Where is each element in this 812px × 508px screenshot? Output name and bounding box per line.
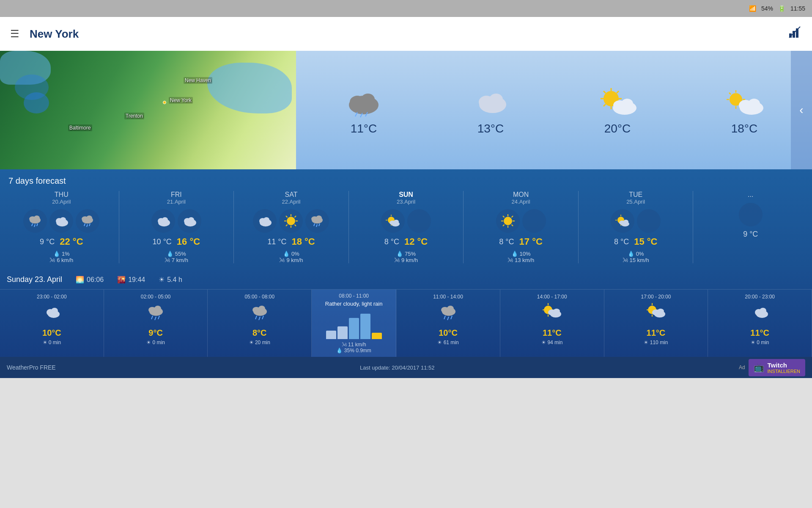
- current-weather-panel: 11°C 13°C: [296, 51, 812, 169]
- forecast-icon: [522, 209, 546, 233]
- day-date: 24.April: [512, 199, 530, 205]
- active-hourly-slot[interactable]: 08:00 - 11:00 Rather cloudy, light rain …: [312, 290, 396, 357]
- day-rain: 💧10%: [511, 251, 531, 257]
- chart-button[interactable]: [788, 26, 802, 42]
- day-name: FRI: [171, 191, 182, 199]
- day-wind: 🌬9 km/h: [394, 257, 418, 263]
- svg-line-87: [511, 225, 513, 226]
- hourly-slot[interactable]: 02:00 - 05:00 9°C ☀ 0 min: [104, 290, 208, 357]
- slot-icon: [646, 302, 666, 326]
- svg-line-105: [155, 317, 156, 320]
- day-rain: 💧55%: [167, 251, 186, 257]
- hourly-slots-row: 23:00 - 02:00 10°C ☀ 0 min 02:00 - 05:00…: [0, 290, 812, 357]
- slot-time: 14:00 - 17:00: [537, 294, 567, 300]
- slot-time: 05:00 - 08:00: [244, 294, 274, 300]
- svg-line-118: [451, 316, 452, 319]
- svg-point-45: [86, 215, 92, 221]
- hourly-slot[interactable]: 05:00 - 08:00 8°C ☀ 20 min: [208, 290, 312, 357]
- footer: WeatherPro FREE Last update: 20/04/2017 …: [0, 357, 812, 378]
- hourly-slot[interactable]: 11:00 - 14:00 10°C ☀ 61 min: [396, 290, 500, 357]
- slot-sun: ☀ 94 min: [541, 340, 562, 345]
- wifi-icon: 📶: [749, 5, 756, 12]
- temp-high: 17 °C: [519, 236, 543, 247]
- forecast-icon: [253, 209, 277, 233]
- day-rain: 💧0%: [628, 251, 644, 257]
- svg-point-11: [489, 94, 503, 105]
- slot-time: 23:00 - 02:00: [37, 294, 67, 300]
- svg-point-57: [263, 217, 269, 222]
- svg-line-39: [37, 224, 38, 226]
- active-slot-rain: 💧 35% 0.9mm: [336, 348, 371, 353]
- map-area[interactable]: New York Trenton Baltimore New Haven: [0, 51, 296, 169]
- hourly-slot[interactable]: 23:00 - 02:00 10°C ☀ 0 min: [0, 290, 104, 357]
- day-date: 22.April: [282, 199, 300, 205]
- hourly-slot[interactable]: 14:00 - 17:00 11°C ☀ 94 min: [500, 290, 604, 357]
- forecast-day-tue[interactable]: TUE25.April8 °C15 °C💧0%🌬15 km/h: [579, 191, 694, 263]
- forecast-icon: [739, 203, 763, 226]
- menu-button[interactable]: ☰: [10, 28, 19, 40]
- svg-line-116: [444, 316, 445, 319]
- wind-icon: 🌬: [49, 257, 55, 263]
- day-rain: 💧0%: [283, 251, 299, 257]
- svg-line-110: [255, 316, 257, 319]
- forecast-day-thu[interactable]: THU20.April9 °C22 °C💧1%🌬6 km/h: [4, 191, 119, 263]
- svg-line-86: [503, 216, 505, 218]
- active-slot-wind: 🌬 11 km/h: [342, 342, 366, 348]
- map-label-baltimore: Baltimore: [68, 124, 92, 131]
- current-weather-item-1: 13°C: [469, 85, 512, 135]
- day-temps: 9 °C: [743, 230, 758, 239]
- svg-line-89: [503, 225, 505, 226]
- map-label-trenton: Trenton: [124, 113, 144, 119]
- forecast-day-sat[interactable]: SAT22.April11 °C18 °C💧0%🌬9 km/h: [234, 191, 349, 263]
- temp-high: 18 °C: [291, 236, 315, 247]
- ad-section: Ad 📺 Twitch INSTALLIEREN: [739, 359, 805, 376]
- day-date: 20.April: [52, 199, 71, 205]
- temp-high: 12 °C: [404, 236, 428, 247]
- day-icons: [381, 209, 431, 233]
- forecast-day-mon[interactable]: MON24.April8 °C17 °C💧10%🌬13 km/h: [464, 191, 579, 263]
- day-icons: [496, 209, 546, 233]
- back-arrow-button[interactable]: ‹: [791, 51, 812, 169]
- ad-banner-title: Twitch: [768, 362, 800, 369]
- active-slot-time: 08:00 - 11:00: [339, 293, 369, 299]
- svg-point-42: [60, 217, 66, 222]
- day-date: 21.April: [167, 199, 186, 205]
- rain-bar-sun: [372, 333, 382, 339]
- svg-line-112: [262, 316, 263, 319]
- battery-level: 54%: [761, 5, 773, 12]
- battery-icon: 🔋: [778, 5, 785, 12]
- hourly-section: Sunday 23. April 🌅 06:06 🌇 19:44 ☀ 5.4 h…: [0, 270, 812, 357]
- day-wind: 🌬15 km/h: [623, 257, 649, 263]
- hourly-date: Sunday 23. April: [7, 275, 62, 284]
- rain-drop-icon: 💧: [396, 251, 403, 257]
- forecast-day-...[interactable]: ...9 °C: [693, 191, 808, 263]
- day-temps: 11 °C18 °C: [267, 236, 315, 247]
- map-label-newhaven: New Haven: [184, 77, 212, 84]
- day-wind: 🌬9 km/h: [279, 257, 303, 263]
- wind-icon: 🌬: [623, 257, 628, 263]
- slot-temp: 11°C: [543, 328, 562, 338]
- hourly-slot[interactable]: 17:00 - 20:00 11°C ☀ 110 min: [604, 290, 708, 357]
- svg-line-65: [295, 216, 296, 218]
- slot-temp: 10°C: [439, 328, 458, 338]
- ad-banner-button[interactable]: 📺 Twitch INSTALLIEREN: [749, 359, 805, 376]
- hourly-slot[interactable]: 20:00 - 23:00 11°C ☀ 0 min: [708, 290, 812, 357]
- day-name: TUE: [629, 191, 642, 199]
- rain-bar-4: [360, 314, 370, 339]
- rain-drop-icon: 💧: [53, 251, 60, 257]
- temp-low: 9 °C: [743, 230, 758, 239]
- rain-drop-icon: 💧: [628, 251, 634, 257]
- forecast-day-sun[interactable]: SUN23.April8 °C12 °C💧75%🌬9 km/h: [349, 191, 464, 263]
- day-rain: 💧1%: [53, 251, 70, 257]
- current-icon-3: [723, 85, 765, 119]
- svg-line-71: [316, 224, 317, 227]
- slot-sun: ☀ 61 min: [437, 340, 458, 345]
- svg-point-137: [760, 308, 766, 314]
- svg-line-47: [87, 224, 88, 227]
- day-date: 23.April: [397, 199, 415, 205]
- current-temp-0: 11°C: [351, 122, 377, 135]
- sunrise-icon: 🌅: [76, 276, 84, 284]
- svg-line-117: [447, 317, 449, 320]
- day-name: MON: [513, 191, 529, 199]
- forecast-day-fri[interactable]: FRI21.April10 °C16 °C💧55%🌬7 km/h: [119, 191, 234, 263]
